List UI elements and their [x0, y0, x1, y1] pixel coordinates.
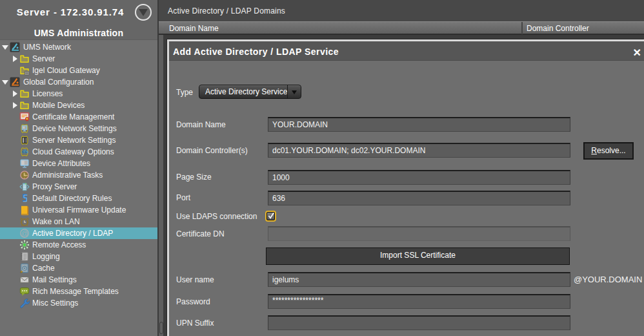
- svg-text:@: @: [21, 229, 28, 237]
- svg-text:ICG: ICG: [22, 151, 28, 154]
